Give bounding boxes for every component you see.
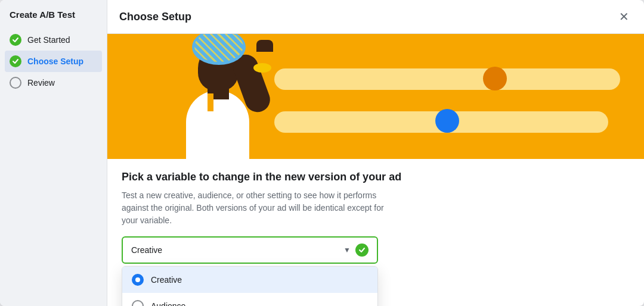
close-button[interactable]: ✕ <box>615 8 632 25</box>
dropdown-menu: Creative Audience Placement <box>122 266 378 306</box>
hand <box>256 40 273 52</box>
content-area: Pick a variable to change in the new ver… <box>107 159 644 306</box>
sidebar-label-get-started: Get Started <box>27 35 70 45</box>
body <box>186 90 249 159</box>
dropdown-icons: ▼ <box>343 243 369 257</box>
bracelet <box>253 63 271 73</box>
get-started-check-icon <box>10 34 21 46</box>
modal-title: Choose Setup <box>119 11 191 23</box>
option-label-audience: Audience <box>151 301 185 306</box>
sidebar-item-get-started[interactable]: Get Started <box>0 29 107 51</box>
variable-dropdown-trigger[interactable]: Creative ▼ <box>122 236 378 264</box>
figure <box>167 43 274 159</box>
sidebar: Create A/B Test Get Started Choose Setup… <box>0 0 107 306</box>
sidebar-label-review: Review <box>27 78 55 88</box>
sidebar-item-review[interactable]: Review <box>0 72 107 93</box>
knob-blue <box>435 109 459 133</box>
option-label-creative: Creative <box>151 275 182 285</box>
sidebar-title: Create A/B Test <box>0 10 107 29</box>
selected-option-label: Creative <box>131 245 162 255</box>
choose-setup-check-icon <box>10 55 21 67</box>
main-content: Choose Setup ✕ <box>107 0 644 306</box>
knob-orange <box>483 67 507 90</box>
slider-bar-top <box>274 68 620 90</box>
sidebar-label-choose-setup: Choose Setup <box>27 57 83 66</box>
modal-header: Choose Setup ✕ <box>107 0 644 34</box>
radio-audience <box>132 300 144 306</box>
radio-creative <box>132 274 144 286</box>
variable-dropdown-wrapper: Creative ▼ <box>122 236 378 264</box>
review-empty-icon <box>10 77 21 89</box>
section-title: Pick a variable to change in the new ver… <box>122 171 630 183</box>
dropdown-check-icon <box>355 243 369 257</box>
modal: Create A/B Test Get Started Choose Setup… <box>0 0 644 306</box>
hero-illustration <box>107 34 644 159</box>
dropdown-selected-value: Creative <box>131 245 162 255</box>
chevron-down-icon: ▼ <box>343 246 351 254</box>
sidebar-item-choose-setup[interactable]: Choose Setup <box>5 51 102 72</box>
dropdown-option-audience[interactable]: Audience <box>122 293 377 306</box>
collar <box>208 93 213 111</box>
section-desc: Test a new creative, audience, or other … <box>122 189 384 227</box>
dropdown-option-creative[interactable]: Creative <box>122 267 377 293</box>
